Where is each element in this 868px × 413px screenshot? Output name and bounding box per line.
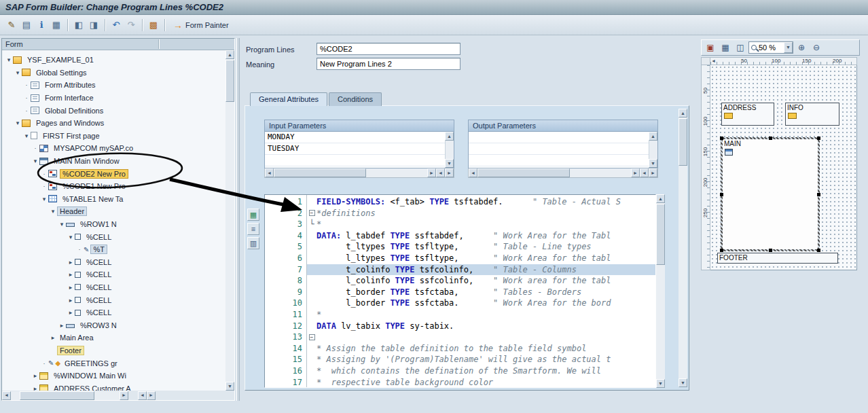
code-line[interactable]: * which contains the defination of the S… [307,365,655,377]
code-line[interactable]: l_ltypes TYPE tsfltype, " Work Area for … [307,253,655,264]
undo-icon[interactable]: ↶ [109,18,124,32]
tab-general-attributes[interactable]: General Attributes [250,92,327,106]
copy-window-icon[interactable]: ◫ [734,41,747,54]
code-line[interactable]: l_border TYPE ssfctaba. " Work Area for … [307,298,655,309]
tree-item-address-customer-a[interactable]: ▸ADDRESS Customer A [2,382,225,391]
tree-item-header[interactable]: ▾Header [2,205,225,218]
tree-item-main-main-window[interactable]: ▾MAIN Main Window [2,155,225,168]
tree-item-pages-and-windows[interactable]: ▾Pages and Windows [2,117,225,130]
expand-icon[interactable]: ▸ [31,385,39,391]
fold-collapse-icon[interactable]: − [307,208,317,219]
code-line[interactable]: DATA: l_tabdef TYPE ssftabdef, " Work Ar… [307,230,655,242]
tree-item-form-interface[interactable]: ·Form Interface [2,92,225,105]
code-line[interactable]: * Assiging by '(Program)Tablename' will … [307,354,655,365]
wand-icon[interactable]: ✎ [4,18,19,32]
scrollbar-thumb[interactable] [477,168,570,177]
painter-window-main[interactable]: MAIN [721,137,820,251]
scroll-down-button[interactable]: ▼ [225,382,234,391]
input-parameters-vscrollbar[interactable]: ▲ ▼ [445,132,454,168]
tree-item-first-first-page[interactable]: ▾FIRST First page [2,130,225,143]
stack-icon[interactable]: ▤ [19,18,34,32]
page-left-button[interactable]: ◄ [640,168,649,177]
resize-handle[interactable] [769,137,772,140]
collapse-icon[interactable]: ▾ [5,56,13,63]
tree-item--cell[interactable]: ▸%CELL [2,281,225,294]
code-line[interactable]: FIELD-SYMBOLS: <f_tab> TYPE tsftabdef. "… [307,196,655,208]
code-line[interactable]: DATA lv_tabix TYPE sy-tabix. [307,321,655,332]
expand-icon[interactable]: ▸ [58,322,66,329]
tree-item--code2-new-pro[interactable]: ·%CODE2 New Pro [2,167,225,180]
tree-item--cell[interactable]: ▸%CELL [2,268,225,281]
code-line[interactable]: − [307,331,655,343]
table-view-icon[interactable]: ▦ [49,18,64,32]
meaning-input[interactable] [317,58,460,70]
scroll-up-button[interactable]: ▲ [656,194,665,203]
resize-handle[interactable] [720,249,723,252]
grid-toggle-icon[interactable]: ▦ [719,41,732,54]
resize-handle[interactable] [769,249,772,252]
fold-end-icon[interactable]: └ [307,219,317,230]
scroll-left-button[interactable]: ◄ [265,168,274,177]
scrollbar-thumb[interactable] [274,168,366,177]
scroll-up-button[interactable]: ▲ [679,109,687,118]
pattern-icon[interactable]: ▦ [247,209,259,221]
scroll-right-button[interactable]: ► [427,168,436,177]
tree-item--t[interactable]: ·✎%T [2,243,225,256]
painter-mode-icon[interactable]: ▣ [704,41,717,54]
window-left-icon[interactable]: ◧ [71,18,86,32]
output-parameters-vscrollbar[interactable]: ▲ ▼ [649,132,657,168]
column-divider[interactable] [158,39,159,49]
expand-icon[interactable]: ▸ [49,334,57,341]
painter-window-address[interactable]: ADDRESS [721,103,774,126]
info-icon[interactable]: ℹ [34,18,49,32]
form-painter-button[interactable]: → Form Painter [168,18,234,33]
scroll-down-button[interactable]: ▼ [679,378,687,387]
code-line[interactable]: * [307,309,655,321]
expand-icon[interactable]: ▸ [31,372,39,379]
output-parameters-hscrollbar[interactable]: ◄ ► ◄ ► [468,168,658,178]
code-line[interactable]: l_colinfo TYPE ssfcolinfo, " Work area f… [307,275,655,287]
tree-item--code1-new-pro[interactable]: ·%CODE1 New Pro [2,180,225,193]
tree-item-global-settings[interactable]: ▾Global Settings [2,67,225,79]
code-line[interactable]: └* [307,219,655,230]
code-line[interactable]: * Assign the table definition to the tab… [307,343,655,355]
tree-item-greetings-gr[interactable]: ·✎◆GREETINGS gr [2,357,225,370]
tree-item-form-attributes[interactable]: ·Form Attributes [2,79,225,92]
resize-handle[interactable] [720,193,723,196]
parameter-row[interactable] [265,155,445,166]
collapse-icon[interactable]: ▾ [14,120,22,126]
tree-item--row3-n[interactable]: ▸%ROW3 N [2,319,225,331]
expand-icon[interactable]: ▸ [67,284,75,291]
scrollbar-track[interactable] [11,391,120,400]
resize-handle[interactable] [817,137,820,140]
painter-canvas[interactable]: ADDRESS INFO MAIN FOOTER [710,65,857,270]
tree-item--cell[interactable]: ▸%CELL [2,306,225,319]
code-line[interactable]: t_border TYPE tsfctaba, " Tables - Borde… [307,287,655,298]
tree-item--table1-new-ta[interactable]: ▾%TABLE1 New Ta [2,193,225,206]
collapse-icon[interactable]: ▾ [58,221,66,228]
page-left-button[interactable]: ◄ [436,168,445,177]
scroll-left-button[interactable]: ◄ [2,391,11,400]
scroll-up-button[interactable]: ▲ [649,132,657,141]
scroll-down-button[interactable]: ▼ [445,159,454,168]
expand-icon[interactable]: ▸ [67,271,75,278]
zoom-dropdown-button[interactable]: ▼ [784,42,793,53]
resize-handle[interactable] [817,249,820,252]
tree-item-global-definitions[interactable]: ·Global Definitions [2,104,225,117]
scroll-right-button[interactable]: ► [120,391,128,400]
tree-vertical-scrollbar[interactable]: ▲ ▼ [225,50,234,391]
zoom-in-icon[interactable]: ⊕ [795,41,808,54]
expand-icon[interactable]: ▸ [67,259,75,266]
page-right-button[interactable]: ► [147,391,156,400]
pretty-printer-icon[interactable]: ≡ [247,223,259,235]
tree-item-footer[interactable]: Footer [2,344,225,357]
tree-item--cell[interactable]: ▸%CELL [2,293,225,306]
scroll-down-button[interactable]: ▼ [656,379,665,388]
painter-window-footer[interactable]: FOOTER [717,253,838,264]
parameter-row[interactable]: MONDAY [265,132,445,143]
blocks-icon[interactable]: ▥ [247,237,259,249]
expand-icon[interactable]: ▸ [67,309,75,316]
tree-item--cell[interactable]: ▾%CELL [2,230,225,243]
fold-collapse-icon[interactable]: − [307,331,317,343]
scroll-left-button[interactable]: ◄ [469,168,477,177]
